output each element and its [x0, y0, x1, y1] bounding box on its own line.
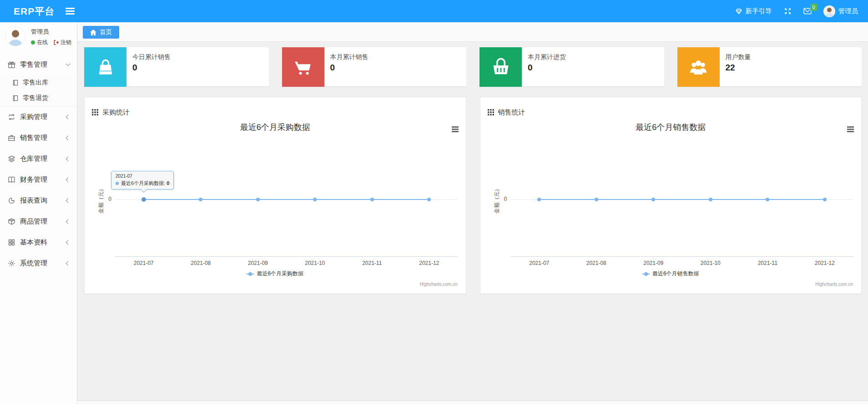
shopping-basket-icon [479, 47, 522, 87]
tooltip-header: 2021-07 [116, 174, 169, 179]
x-axis-line [511, 256, 853, 257]
x-tick-label: 2021-10 [686, 260, 736, 266]
credits-link[interactable]: Highcharts.com.cn [815, 282, 853, 287]
user-menu[interactable]: 管理员 [823, 5, 858, 17]
chart-context-menu-icon[interactable] [847, 125, 854, 133]
data-point[interactable] [651, 198, 655, 201]
sidebar-item-label: 销售管理 [20, 134, 66, 142]
data-point[interactable] [141, 197, 146, 202]
chevron-left-icon [66, 115, 71, 119]
tab-home[interactable]: 首页 [83, 26, 119, 39]
th-grid-icon [488, 109, 495, 116]
chevron-left-icon [66, 156, 71, 161]
chart-tooltip: 2021-07最近6个月采购数据: 0 [111, 171, 174, 190]
sidebar-item-warehouse[interactable]: 仓库管理 [0, 148, 77, 169]
sidebar-item-system[interactable]: 系统管理 [0, 253, 77, 274]
horizontal-scrollbar[interactable] [77, 400, 868, 404]
messages-button[interactable]: 0 [803, 8, 812, 15]
data-point[interactable] [823, 198, 827, 201]
sidebar-item-retail[interactable]: 零售管理 [0, 54, 77, 75]
chevron-left-icon [66, 198, 71, 203]
stat-cards-row: 今日累计销售 0 本月累计销售 0 [84, 47, 862, 87]
tooltip-arrow [141, 186, 147, 193]
data-point[interactable] [709, 198, 712, 201]
stat-title: 本月累计进货 [528, 53, 566, 61]
avatar [5, 26, 25, 46]
sidebar-item-label: 报表查询 [20, 196, 66, 205]
sidebar-username: 管理员 [31, 28, 49, 36]
stat-card-user-count: 用户数量 22 [677, 47, 862, 87]
x-tick-label: 2021-08 [176, 260, 226, 266]
sidebar-item-purchase[interactable]: 采购管理 [0, 106, 77, 127]
tooltip-series-label: 最近6个月采购数据: [121, 180, 167, 186]
data-point[interactable] [313, 198, 317, 201]
chevron-left-icon [66, 261, 71, 265]
chevron-down-icon [66, 62, 71, 66]
online-status-icon [31, 40, 35, 45]
tooltip-value: 0 [167, 180, 169, 186]
chevron-left-icon [66, 219, 71, 224]
sidebar-item-goods[interactable]: 商品管理 [0, 211, 77, 232]
data-point[interactable] [537, 198, 541, 201]
sidebar-item-retail-return[interactable]: 零售退货 [0, 90, 77, 106]
sidebar-item-label: 零售管理 [20, 60, 66, 69]
chevron-left-icon [66, 135, 71, 140]
panel-title: 采购统计 [102, 108, 130, 117]
legend-label: 最近6个月采购数据 [257, 270, 303, 278]
legend-marker [247, 274, 254, 274]
data-point[interactable] [595, 198, 598, 201]
stat-value: 0 [528, 63, 566, 73]
sales-stats-panel: 销售统计 最近6个月销售数据金额（元）02021-072021-082021-0… [480, 97, 862, 294]
stat-title: 今日累计销售 [132, 53, 171, 61]
th-grid-icon [92, 109, 99, 116]
gear-icon [8, 259, 15, 267]
data-point[interactable] [256, 198, 260, 201]
sidebar-item-basic-data[interactable]: 基本资料 [0, 232, 77, 253]
stat-title: 用户数量 [726, 53, 751, 61]
data-point[interactable] [199, 198, 202, 201]
sidebar-item-sales[interactable]: 销售管理 [0, 127, 77, 148]
legend-label: 最近6个月销售数据 [652, 270, 699, 278]
legend-marker-dot [644, 272, 648, 276]
legend-item[interactable]: 最近6个月销售数据 [480, 270, 862, 278]
sidebar-menu: 零售管理 零售出库 零售退货 [0, 54, 77, 274]
chevron-left-icon [66, 177, 71, 182]
fullscreen-button[interactable] [784, 7, 792, 15]
y-tick-label: 0 [97, 196, 111, 202]
sidebar-item-retail-out[interactable]: 零售出库 [0, 75, 77, 90]
legend-marker-dot [248, 272, 252, 276]
sidebar-item-reports[interactable]: 报表查询 [0, 190, 77, 211]
shopping-cart-icon [282, 47, 324, 87]
x-axis-line [115, 256, 458, 257]
users-icon [677, 47, 720, 87]
guide-label: 新手引导 [746, 7, 772, 15]
credits-link[interactable]: Highcharts.com.cn [420, 282, 458, 287]
main-area: 首页 今日累计销售 0 [77, 22, 868, 404]
x-tick-label: 2021-09 [628, 260, 678, 266]
layers-icon [8, 155, 15, 163]
sidebar-item-finance[interactable]: 财务管理 [0, 169, 77, 190]
guide-button[interactable]: 新手引导 [735, 7, 772, 15]
stat-value: 0 [132, 63, 171, 73]
chart-context-menu-icon[interactable] [452, 125, 459, 133]
sidebar-user-block: 管理员 在线 注销 [0, 22, 77, 52]
logout-button[interactable]: 注销 [53, 39, 71, 46]
data-point[interactable] [766, 198, 769, 201]
message-count-badge: 0 [810, 4, 818, 11]
online-status-label: 在线 [37, 39, 48, 46]
stat-title: 本月累计销售 [330, 53, 368, 61]
top-navbar: ERP平台 新手引导 0 管理员 [0, 0, 868, 22]
x-tick-label: 2021-08 [571, 260, 621, 266]
logout-label: 注销 [61, 39, 71, 46]
x-tick-label: 2021-07 [119, 260, 169, 266]
data-point[interactable] [370, 198, 374, 201]
legend-item[interactable]: 最近6个月采购数据 [85, 270, 466, 278]
document-icon [12, 95, 19, 101]
sidebar-toggle-icon[interactable] [66, 6, 75, 16]
home-icon [90, 30, 96, 35]
sign-out-icon [53, 40, 59, 45]
panel-title: 销售统计 [498, 108, 525, 117]
stat-value: 0 [330, 63, 368, 73]
sidebar-item-label: 商品管理 [20, 217, 66, 226]
data-point[interactable] [427, 198, 431, 201]
